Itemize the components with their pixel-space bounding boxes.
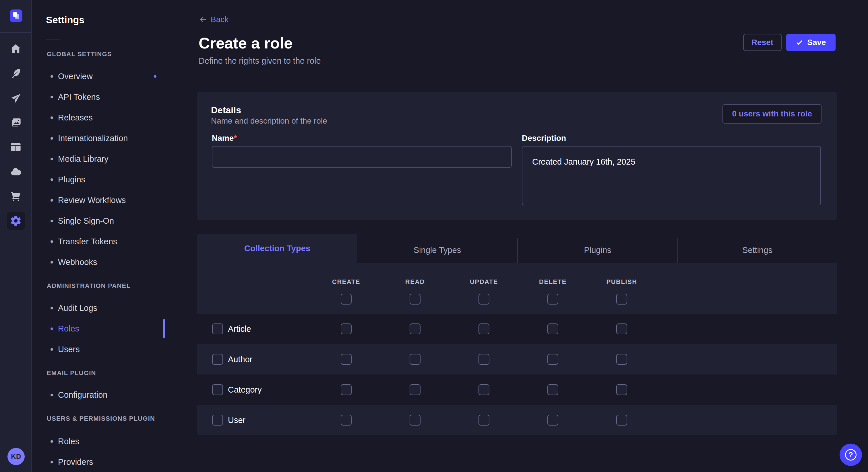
permission-row-author: Author — [197, 344, 837, 374]
sidebar-item-label: Webhooks — [58, 258, 97, 267]
sidebar-item-media-library[interactable]: Media Library — [32, 148, 165, 169]
user-read-checkbox[interactable] — [410, 415, 421, 426]
save-button[interactable]: Save — [786, 34, 836, 51]
user-avatar[interactable]: KD — [7, 448, 25, 465]
nav-rail: KD — [0, 0, 32, 472]
check-icon — [796, 39, 803, 46]
tab-plugins[interactable]: Plugins — [517, 238, 677, 263]
name-input[interactable] — [212, 146, 512, 168]
description-label: Description — [522, 134, 566, 143]
select-all-read-checkbox[interactable] — [410, 294, 421, 305]
home-icon[interactable] — [9, 42, 23, 56]
sidebar-item-label: Roles — [58, 437, 79, 446]
user-publish-checkbox[interactable] — [616, 415, 627, 426]
sidebar-item-roles[interactable]: Roles — [32, 318, 165, 339]
sidebar-title: Settings — [46, 13, 84, 27]
article-create-checkbox[interactable] — [341, 324, 352, 334]
author-read-checkbox[interactable] — [410, 354, 421, 365]
description-textarea[interactable]: Created January 16th, 2025 — [522, 146, 821, 205]
category-update-checkbox[interactable] — [478, 384, 489, 395]
media-library-icon[interactable] — [9, 115, 23, 129]
bullet-icon — [51, 240, 53, 243]
sidebar-item-api-tokens[interactable]: API Tokens — [32, 87, 165, 107]
bullet-icon — [51, 307, 53, 309]
cloud-icon[interactable] — [9, 165, 23, 179]
author-publish-checkbox[interactable] — [616, 354, 627, 365]
sidebar-item-label: Users — [58, 345, 80, 354]
select-all-create-checkbox[interactable] — [341, 294, 352, 305]
row-select-article-checkbox[interactable] — [212, 324, 223, 334]
article-read-checkbox[interactable] — [410, 324, 421, 334]
gear-icon[interactable] — [9, 214, 23, 228]
sidebar-item-transfer-tokens[interactable]: Transfer Tokens — [32, 231, 165, 252]
bullet-icon — [51, 158, 53, 160]
tab-single-types[interactable]: Single Types — [358, 238, 517, 263]
sidebar-item-label: Single Sign-On — [58, 216, 114, 226]
author-create-checkbox[interactable] — [341, 354, 352, 365]
user-delete-checkbox[interactable] — [547, 415, 558, 426]
sidebar-item-plugins[interactable]: Plugins — [32, 169, 165, 190]
sidebar-item-label: Internationalization — [58, 134, 128, 143]
tab-collection-types[interactable]: Collection Types — [197, 234, 358, 263]
bullet-icon — [51, 261, 53, 264]
category-publish-checkbox[interactable] — [616, 384, 627, 395]
user-update-checkbox[interactable] — [478, 415, 489, 426]
strapi-logo[interactable] — [10, 9, 22, 22]
users-with-role-button[interactable]: 0 users with this role — [722, 104, 822, 124]
row-select-user-checkbox[interactable] — [212, 415, 223, 426]
column-header-publish: PUBLISH — [587, 278, 656, 285]
page-subtitle: Define the rights given to the role — [198, 56, 321, 65]
sidebar-item-label: API Tokens — [58, 92, 100, 102]
sidebar-item-webhooks[interactable]: Webhooks — [32, 252, 165, 272]
author-delete-checkbox[interactable] — [547, 354, 558, 365]
cart-icon[interactable] — [9, 189, 23, 203]
sidebar-item-single-sign-on[interactable]: Single Sign-On — [32, 210, 165, 231]
bullet-icon — [51, 96, 53, 98]
sidebar-item-releases[interactable]: Releases — [32, 107, 165, 128]
page-title: Create a role — [198, 35, 292, 51]
row-label: Author — [228, 355, 312, 364]
sidebar-section-label: ADMINISTRATION PANEL — [47, 282, 131, 290]
author-update-checkbox[interactable] — [478, 354, 489, 365]
row-label: User — [228, 415, 312, 425]
sidebar-item-overview[interactable]: Overview — [32, 66, 165, 87]
column-header-create: CREATE — [312, 278, 381, 285]
sidebar-item-internationalization[interactable]: Internationalization — [32, 128, 165, 148]
select-all-publish-checkbox[interactable] — [616, 294, 627, 305]
article-delete-checkbox[interactable] — [547, 324, 558, 334]
bullet-icon — [51, 440, 53, 443]
article-update-checkbox[interactable] — [478, 324, 489, 334]
sidebar-item-roles[interactable]: Roles — [32, 431, 165, 452]
bullet-icon — [51, 178, 53, 181]
column-header-delete: DELETE — [518, 278, 587, 285]
sidebar-item-audit-logs[interactable]: Audit Logs — [32, 298, 165, 318]
sidebar-item-label: Plugins — [58, 175, 85, 184]
bullet-icon — [51, 348, 53, 351]
category-read-checkbox[interactable] — [410, 384, 421, 395]
help-button[interactable]: ? — [840, 444, 862, 466]
row-select-author-checkbox[interactable] — [212, 354, 223, 365]
sidebar-item-providers[interactable]: Providers — [32, 452, 165, 472]
article-publish-checkbox[interactable] — [616, 324, 627, 334]
layout-icon[interactable] — [9, 140, 23, 154]
select-all-delete-checkbox[interactable] — [547, 294, 558, 305]
sidebar-item-review-workflows[interactable]: Review Workflows — [32, 190, 165, 210]
sidebar-item-configuration[interactable]: Configuration — [32, 384, 165, 405]
tab-settings[interactable]: Settings — [677, 238, 837, 263]
bullet-icon — [51, 116, 53, 119]
sidebar-item-users[interactable]: Users — [32, 339, 165, 360]
user-create-checkbox[interactable] — [341, 415, 352, 426]
bullet-icon — [51, 328, 53, 330]
send-icon[interactable] — [9, 91, 23, 105]
select-all-update-checkbox[interactable] — [478, 294, 489, 305]
category-delete-checkbox[interactable] — [547, 384, 558, 395]
details-card: Details Name and description of the role… — [197, 92, 837, 220]
question-mark-icon: ? — [845, 449, 857, 461]
feather-icon[interactable] — [9, 67, 23, 80]
bullet-icon — [51, 199, 53, 202]
row-select-category-checkbox[interactable] — [212, 384, 223, 395]
category-create-checkbox[interactable] — [341, 384, 352, 395]
back-link[interactable]: Back — [198, 15, 228, 24]
rail-divider — [0, 32, 32, 33]
reset-button[interactable]: Reset — [743, 34, 782, 51]
